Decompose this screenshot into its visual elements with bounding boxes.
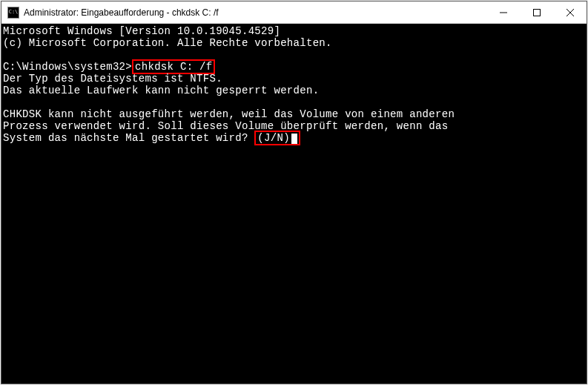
- cmd-icon-text: C:\: [9, 10, 19, 15]
- prompt-text: C:\Windows\system32>: [3, 61, 132, 73]
- message-text-3: System das nächste Mal gestartet wird?: [3, 132, 254, 144]
- yn-prompt-highlight: (J/N): [254, 131, 300, 145]
- cmd-icon: C:\: [7, 7, 19, 19]
- close-icon: [566, 9, 574, 16]
- maximize-button[interactable]: [520, 1, 553, 23]
- filesystem-line: Der Typ des Dateisystems ist NTFS.: [3, 73, 585, 85]
- window-title: Administrator: Eingabeaufforderung - chk…: [24, 7, 486, 18]
- blank-line: [3, 96, 585, 108]
- window-controls: [486, 1, 587, 23]
- close-button[interactable]: [553, 1, 587, 23]
- minimize-icon: [500, 9, 507, 16]
- version-line: Microsoft Windows [Version 10.0.19045.45…: [3, 25, 585, 37]
- maximize-icon: [533, 9, 541, 16]
- blank-line: [3, 49, 585, 61]
- minimize-button[interactable]: [486, 1, 520, 23]
- yn-text: (J/N): [257, 132, 290, 144]
- prompt-line: System das nächste Mal gestartet wird? (…: [3, 132, 585, 144]
- lock-error-line: Das aktuelle Laufwerk kann nicht gesperr…: [3, 85, 585, 96]
- titlebar[interactable]: C:\ Administrator: Eingabeaufforderung -…: [1, 1, 587, 24]
- copyright-line: (c) Microsoft Corporation. Alle Rechte v…: [3, 37, 585, 49]
- message-line-1: CHKDSK kann nicht ausgeführt werden, wei…: [3, 108, 585, 120]
- terminal-output[interactable]: Microsoft Windows [Version 10.0.19045.45…: [1, 24, 587, 384]
- svg-rect-1: [533, 9, 540, 16]
- command-highlight: chkdsk C: /f: [132, 59, 215, 74]
- command-prompt-window: C:\ Administrator: Eingabeaufforderung -…: [1, 1, 587, 384]
- command-line: C:\Windows\system32>chkdsk C: /f: [3, 61, 585, 73]
- cursor: [291, 134, 297, 144]
